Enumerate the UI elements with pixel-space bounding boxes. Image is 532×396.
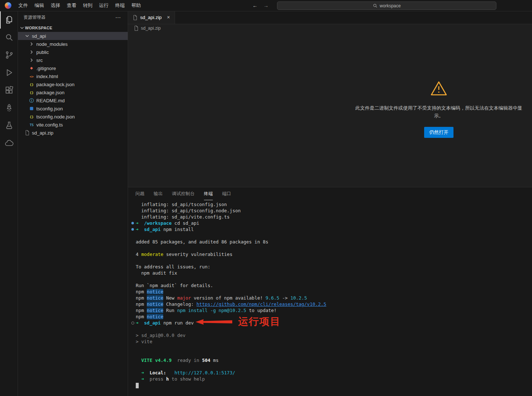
- panel-tab-问题[interactable]: 问题: [135, 187, 145, 200]
- workspace-section-header[interactable]: WORKSPACE: [18, 24, 128, 32]
- terminal-text: to update!: [246, 308, 277, 313]
- git-icon: [29, 65, 34, 71]
- tree-item-label: node_modules: [36, 41, 68, 47]
- chevron-down-icon: [24, 33, 30, 39]
- tab-sd-api-zip[interactable]: sd_api.zip ✕: [128, 11, 175, 24]
- menu-终端[interactable]: 终端: [112, 0, 128, 11]
- terminal-line: [136, 257, 528, 264]
- more-actions-icon[interactable]: ⋯: [115, 14, 121, 21]
- terminal-line: inflating: sd_api/tsconfig.node.json: [136, 208, 528, 214]
- terminal-link[interactable]: http://127.0.0.1:5173/: [174, 370, 235, 375]
- terminal-line: npm notice: [136, 289, 528, 295]
- tree-item-src[interactable]: src: [18, 56, 128, 64]
- panel-tab-bar: 问题输出调试控制台终端端口: [128, 187, 532, 200]
- activity-run-debug[interactable]: [0, 64, 18, 81]
- tsconfig-icon: [29, 106, 34, 111]
- zip-icon: [24, 130, 30, 136]
- panel-tab-调试控制台[interactable]: 调试控制台: [172, 187, 195, 200]
- panel-tab-终端[interactable]: 终端: [204, 187, 213, 200]
- nav-forward-icon[interactable]: →: [263, 3, 269, 8]
- menu-运行[interactable]: 运行: [96, 0, 112, 11]
- editor-area: sd_api.zip ✕ sd_api.zip 此文件是二进制文件或使用了不受支…: [128, 11, 532, 187]
- terminal-line: npm notice: [136, 314, 528, 320]
- tree-item-readme-md[interactable]: README.md: [18, 96, 128, 104]
- menu-文件[interactable]: 文件: [15, 0, 31, 11]
- command-center-search[interactable]: workspace: [277, 1, 496, 10]
- tree-item-index-html[interactable]: <>index.html: [18, 72, 128, 80]
- command-decoration-success[interactable]: [131, 222, 134, 224]
- terminal-line: > sd_api@0.0.0 dev: [136, 332, 528, 338]
- terminal-text: ➜: [136, 370, 144, 375]
- tree-item-sd-api-zip[interactable]: sd_api.zip: [18, 129, 128, 137]
- terminal-text: npm audit fix: [136, 270, 177, 276]
- chevron-right-icon: [29, 49, 34, 55]
- tree-item-sd-api[interactable]: sd_api: [18, 32, 128, 40]
- terminal-text: > sd_api@0.0.0 dev: [136, 333, 185, 338]
- terminal-line: 4 moderate severity vulnerabilities: [136, 251, 528, 257]
- tree-item-label: .gitignore: [36, 66, 56, 71]
- activity-remote[interactable]: [0, 134, 18, 152]
- explorer-icon: [4, 15, 14, 25]
- open-anyway-button[interactable]: 仍然打开: [424, 127, 453, 138]
- sidebar-header: 资源管理器 ⋯: [18, 11, 128, 24]
- terminal-text: 10.2.5: [291, 295, 307, 301]
- tree-item-label: package.json: [36, 90, 65, 95]
- menu-查看[interactable]: 查看: [63, 0, 80, 11]
- terminal-line: > vite: [136, 338, 528, 345]
- tree-item-label: src: [36, 58, 43, 63]
- terminal-cursor: [136, 383, 139, 388]
- tree-item-package-lock-json[interactable]: {}package-lock.json: [18, 80, 128, 88]
- terminal-link[interactable]: https://github.com/npm/cli/releases/tag/…: [197, 301, 327, 307]
- terminal-line: ➜ /workspace cd sd_api: [136, 220, 528, 226]
- terminal-text: [163, 314, 166, 319]
- sidebar-title: 资源管理器: [23, 14, 45, 21]
- tree-item-node-modules[interactable]: node_modules: [18, 40, 128, 48]
- activity-testing[interactable]: [0, 117, 18, 134]
- menu-bar: 文件编辑选择查看转到运行终端帮助: [15, 0, 144, 11]
- tree-item-label: sd_api: [32, 33, 46, 39]
- activity-search[interactable]: [0, 29, 18, 46]
- tree-item-label: tsconfig.node.json: [36, 114, 75, 120]
- tree-item-public[interactable]: public: [18, 48, 128, 56]
- close-icon[interactable]: ✕: [166, 15, 171, 20]
- terminal-line: npm notice Run npm install -g npm@10.2.5…: [136, 307, 528, 314]
- terminal-line: To address all issues, run:: [136, 264, 528, 270]
- menu-转到[interactable]: 转到: [80, 0, 96, 11]
- file-tree: sd_apinode_modulespublicsrc.gitignore<>i…: [18, 32, 128, 137]
- tree-item-label: index.html: [36, 74, 58, 79]
- ts-icon: TS: [29, 122, 34, 128]
- tree-item-package-json[interactable]: {}package.json: [18, 88, 128, 96]
- panel-tab-端口[interactable]: 端口: [222, 187, 231, 200]
- breadcrumb[interactable]: sd_api.zip: [128, 24, 532, 32]
- command-decoration-success[interactable]: [131, 228, 134, 231]
- bottom-panel: 问题输出调试控制台终端端口 inflating: sd_api/tsconfig…: [128, 187, 532, 396]
- terminal-line: Run `npm audit` for details.: [136, 282, 528, 289]
- terminal-text: npm: [136, 314, 147, 319]
- activity-rocket[interactable]: [0, 99, 18, 117]
- terminal-text: sd_api: [144, 227, 161, 232]
- tree-item-label: public: [36, 50, 49, 55]
- activity-explorer[interactable]: [0, 11, 18, 29]
- panel-tab-输出[interactable]: 输出: [154, 187, 163, 200]
- tree-item-tsconfig-node-json[interactable]: {}tsconfig.node.json: [18, 113, 128, 121]
- activity-extensions[interactable]: [0, 81, 18, 99]
- activity-source-control[interactable]: [0, 46, 18, 64]
- red-arrow-icon: [196, 319, 232, 325]
- terminal-text: inflating: sd_api/vite.config.ts: [136, 214, 230, 220]
- tree-item-vite-config-ts[interactable]: TSvite.config.ts: [18, 121, 128, 129]
- chevron-right-icon: [29, 57, 34, 63]
- terminal-text: [144, 370, 150, 375]
- command-decoration-running[interactable]: [131, 322, 134, 324]
- terminal-text: npm: [136, 295, 147, 301]
- tree-item-tsconfig-json[interactable]: tsconfig.json: [18, 104, 128, 113]
- nav-back-icon[interactable]: ←: [252, 3, 258, 8]
- terminal-line: ➜ sd_api npm install: [136, 226, 528, 232]
- tree-item--gitignore[interactable]: .gitignore: [18, 64, 128, 72]
- menu-编辑[interactable]: 编辑: [31, 0, 47, 11]
- menu-帮助[interactable]: 帮助: [128, 0, 144, 11]
- terminal-text: npm: [136, 301, 147, 307]
- terminal[interactable]: inflating: sd_api/tsconfig.json inflatin…: [136, 201, 528, 396]
- source-control-icon: [4, 50, 14, 60]
- terminal-text: VITE v4.4.9: [136, 358, 172, 363]
- menu-选择[interactable]: 选择: [47, 0, 63, 11]
